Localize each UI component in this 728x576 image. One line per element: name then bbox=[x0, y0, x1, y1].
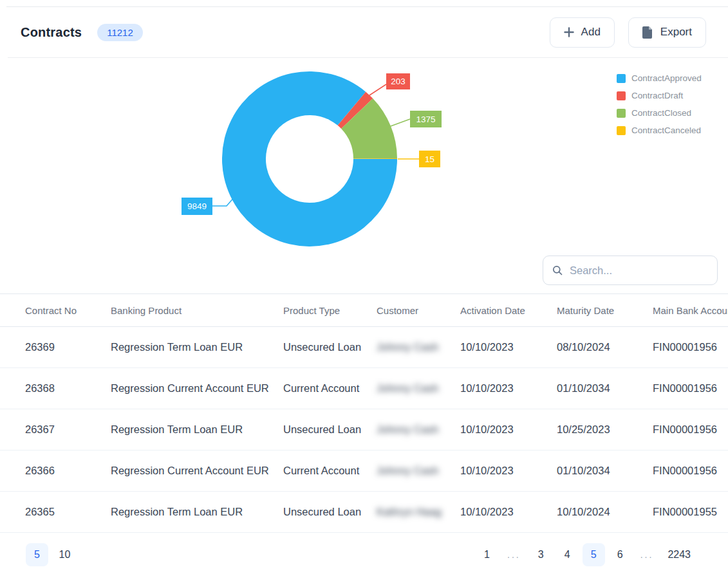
table-footer: 510 1...3456...2243 bbox=[0, 534, 728, 576]
cell-main-bank-account: FIN00001956 bbox=[653, 423, 728, 436]
legend-item-contractcanceled[interactable]: ContractCanceled bbox=[617, 125, 702, 135]
data-label-contractdraft: 203 bbox=[386, 73, 410, 89]
cell-activation-date: 10/10/2023 bbox=[460, 382, 557, 395]
pager-page-5[interactable]: 5 bbox=[583, 543, 605, 566]
table-row[interactable]: 26367Regression Term Loan EURUnsecured L… bbox=[0, 409, 728, 451]
legend-swatch bbox=[617, 74, 626, 83]
cell-maturity-date: 01/10/2034 bbox=[557, 465, 653, 477]
legend-swatch bbox=[617, 126, 626, 135]
cell-main-bank-account: FIN00001956 bbox=[653, 465, 728, 477]
column-header-activation-date: Activation Date bbox=[460, 305, 557, 316]
cell-maturity-date: 10/25/2023 bbox=[557, 423, 653, 436]
legend-item-contractdraft[interactable]: ContractDraft bbox=[617, 91, 702, 100]
cell-banking-product: Regression Current Account EUR bbox=[111, 465, 283, 477]
table-row[interactable]: 26365Regression Term Loan EURUnsecured L… bbox=[0, 492, 728, 533]
cell-main-bank-account: FIN00001955 bbox=[653, 506, 728, 518]
column-header-customer: Customer bbox=[377, 305, 460, 316]
cell-main-bank-account: FIN00001956 bbox=[653, 382, 728, 395]
column-header-main-bank-account: Main Bank Account bbox=[653, 305, 728, 316]
column-header-contract-no: Contract No bbox=[25, 305, 111, 316]
pager-page-6[interactable]: 6 bbox=[609, 543, 631, 566]
plus-icon bbox=[564, 27, 574, 37]
customer-cell-blurred: Kathryn Haag bbox=[377, 506, 460, 518]
search-box[interactable] bbox=[543, 255, 718, 285]
page-size-option-10[interactable]: 10 bbox=[53, 543, 76, 566]
cell-contract-no: 26366 bbox=[25, 465, 111, 477]
cell-activation-date: 10/10/2023 bbox=[460, 341, 557, 353]
search-icon bbox=[552, 265, 563, 275]
cell-product-type: Current Account bbox=[283, 465, 377, 477]
legend-swatch bbox=[617, 109, 626, 118]
legend-item-contractapproved[interactable]: ContractApproved bbox=[617, 73, 702, 83]
cell-maturity-date: 08/10/2024 bbox=[557, 341, 653, 353]
callout-line-draft bbox=[369, 84, 386, 95]
cell-product-type: Unsecured Loan bbox=[283, 423, 377, 436]
add-button[interactable]: Add bbox=[550, 17, 615, 48]
contracts-table: Contract NoBanking ProductProduct TypeCu… bbox=[0, 293, 728, 533]
column-header-product-type: Product Type bbox=[283, 305, 377, 316]
search-row bbox=[0, 251, 728, 293]
cell-banking-product: Regression Term Loan EUR bbox=[111, 423, 283, 436]
table-row[interactable]: 26366Regression Current Account EURCurre… bbox=[0, 451, 728, 492]
export-button-label: Export bbox=[660, 26, 692, 39]
contracts-page: Contracts 11212 Add Export bbox=[0, 0, 728, 576]
legend-label: ContractCanceled bbox=[631, 125, 701, 135]
data-label-contractapproved: 9849 bbox=[182, 198, 212, 215]
table-row[interactable]: 26369Regression Term Loan EURUnsecured L… bbox=[0, 327, 728, 368]
legend-item-contractclosed[interactable]: ContractClosed bbox=[617, 108, 702, 118]
cell-activation-date: 10/10/2023 bbox=[460, 465, 557, 477]
cell-product-type: Unsecured Loan bbox=[283, 506, 377, 518]
cell-activation-date: 10/10/2023 bbox=[460, 506, 557, 518]
pager-ellipsis: ... bbox=[635, 543, 659, 566]
legend-swatch bbox=[617, 91, 626, 100]
cell-activation-date: 10/10/2023 bbox=[460, 423, 557, 436]
cell-main-bank-account: FIN00001956 bbox=[653, 341, 728, 353]
add-button-label: Add bbox=[581, 26, 601, 39]
page-size-option-5[interactable]: 5 bbox=[26, 543, 48, 566]
column-header-maturity-date: Maturity Date bbox=[557, 305, 653, 316]
cell-product-type: Current Account bbox=[283, 382, 377, 395]
cell-product-type: Unsecured Loan bbox=[283, 341, 377, 353]
cell-banking-product: Regression Current Account EUR bbox=[111, 382, 283, 395]
page-header: Contracts 11212 Add Export bbox=[0, 7, 728, 57]
cell-contract-no: 26365 bbox=[25, 506, 111, 518]
cell-contract-no: 26369 bbox=[25, 341, 111, 353]
table-body: 26369Regression Term Loan EURUnsecured L… bbox=[0, 327, 728, 533]
pager: 1...3456...2243 bbox=[476, 543, 696, 566]
legend-label: ContractDraft bbox=[631, 91, 683, 100]
pager-page-4[interactable]: 4 bbox=[556, 543, 579, 566]
data-label-contractclosed: 1375 bbox=[410, 111, 442, 127]
search-input[interactable] bbox=[570, 265, 711, 277]
page-size-selector: 510 bbox=[26, 543, 76, 566]
customer-cell-blurred: Johnny Cash bbox=[377, 465, 460, 477]
records-count-badge: 11212 bbox=[97, 24, 143, 41]
cell-maturity-date: 01/10/2034 bbox=[557, 382, 653, 395]
pager-page-2243[interactable]: 2243 bbox=[662, 543, 696, 566]
cell-banking-product: Regression Term Loan EUR bbox=[111, 341, 283, 353]
pager-page-3[interactable]: 3 bbox=[530, 543, 552, 566]
legend-label: ContractClosed bbox=[631, 108, 691, 118]
data-label-contractcanceled: 15 bbox=[419, 151, 440, 167]
cell-banking-product: Regression Term Loan EUR bbox=[111, 506, 283, 518]
export-button[interactable]: Export bbox=[628, 17, 706, 48]
customer-cell-blurred: Johnny Cash bbox=[377, 382, 460, 395]
cell-contract-no: 26368 bbox=[25, 382, 111, 395]
contracts-status-chart: 203 1375 15 9849 ContractApprovedContrac… bbox=[0, 58, 728, 251]
pager-ellipsis: ... bbox=[502, 543, 526, 566]
file-icon bbox=[642, 26, 653, 39]
customer-cell-blurred: Johnny Cash bbox=[377, 423, 460, 436]
cell-contract-no: 26367 bbox=[25, 423, 111, 436]
callout-line-closed bbox=[391, 119, 410, 126]
table-row[interactable]: 26368Regression Current Account EURCurre… bbox=[0, 368, 728, 409]
table-header-row: Contract NoBanking ProductProduct TypeCu… bbox=[0, 293, 728, 327]
cell-maturity-date: 10/10/2024 bbox=[557, 506, 653, 518]
header-actions: Add Export bbox=[550, 17, 706, 48]
pager-page-1[interactable]: 1 bbox=[476, 543, 498, 566]
column-header-banking-product: Banking Product bbox=[111, 305, 283, 316]
chart-legend: ContractApprovedContractDraftContractClo… bbox=[617, 73, 702, 135]
legend-label: ContractApproved bbox=[631, 73, 702, 83]
page-title: Contracts bbox=[21, 25, 82, 40]
customer-cell-blurred: Johnny Cash bbox=[377, 341, 460, 353]
